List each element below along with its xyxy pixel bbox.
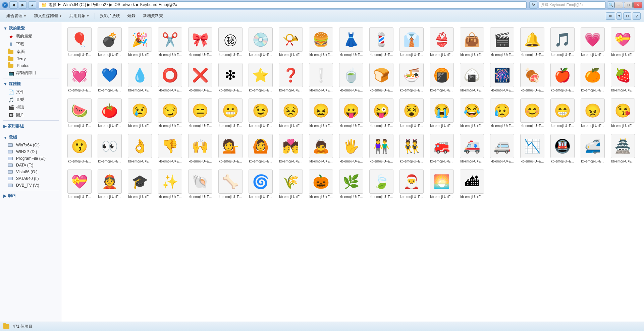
share-with-button[interactable]: 共用對象 ▼: [66, 11, 93, 21]
file-item[interactable]: 💝kb-emoji-U+E...: [65, 168, 94, 201]
sidebar-item-pictures[interactable]: 🖼 圖片: [0, 111, 62, 119]
file-item[interactable]: 😊kb-emoji-U+E...: [518, 96, 546, 130]
details-pane-button[interactable]: ⊡: [623, 12, 631, 20]
file-item[interactable]: 🍔kb-emoji-U+E...: [307, 25, 335, 59]
sidebar-item-downloads[interactable]: ⬇ 下載: [0, 40, 62, 48]
file-item[interactable]: 💁kb-emoji-U+E...: [216, 132, 245, 166]
file-item[interactable]: 😛kb-emoji-U+E...: [337, 96, 365, 130]
favorites-header[interactable]: ▼ 我的最愛: [0, 24, 62, 32]
file-item[interactable]: 🙆kb-emoji-U+E...: [247, 132, 275, 166]
file-item[interactable]: 😁kb-emoji-U+E...: [548, 96, 577, 130]
sidebar-item-photos[interactable]: Photos: [0, 62, 62, 69]
file-item[interactable]: ✂️kb-emoji-U+E...: [156, 25, 184, 59]
close-button[interactable]: ✕: [633, 2, 642, 8]
file-item[interactable]: 💿kb-emoji-U+E...: [247, 25, 275, 59]
file-item[interactable]: ✨kb-emoji-U+E...: [156, 168, 184, 201]
file-item[interactable]: 🍘kb-emoji-U+E...: [428, 61, 456, 94]
file-item[interactable]: ⭕kb-emoji-U+E...: [156, 61, 184, 94]
file-item[interactable]: ⭐kb-emoji-U+E...: [247, 61, 275, 94]
sidebar-item-video[interactable]: 🎬 視訊: [0, 104, 62, 111]
file-item[interactable]: 😂kb-emoji-U+E...: [458, 96, 486, 130]
file-item[interactable]: 🍅kb-emoji-U+E...: [96, 96, 124, 130]
sidebar-item-documents[interactable]: 📄 文件: [0, 88, 62, 96]
sidebar-item-d-drive[interactable]: WINXP (D:): [0, 148, 62, 155]
file-item[interactable]: 👫kb-emoji-U+E...: [367, 132, 395, 166]
file-item[interactable]: ❌kb-emoji-U+E...: [186, 61, 214, 94]
file-item[interactable]: 🎃kb-emoji-U+E...: [307, 168, 335, 201]
sidebar-item-recorded[interactable]: 📺 錄製的節目: [0, 69, 62, 77]
file-item[interactable]: 🏯kb-emoji-U+E...: [609, 132, 637, 166]
file-item[interactable]: 👌kb-emoji-U+E...: [126, 132, 154, 166]
file-item[interactable]: 🎵kb-emoji-U+E...: [548, 25, 577, 59]
up-button[interactable]: ▲: [28, 1, 36, 9]
file-item[interactable]: 🔔kb-emoji-U+E...: [518, 25, 546, 59]
minimize-button[interactable]: ─: [614, 2, 623, 8]
media-header[interactable]: ▼ 媒體櫃: [0, 80, 62, 88]
sidebar-item-c-drive[interactable]: Win7x64 (C:): [0, 142, 62, 148]
file-item[interactable]: 🍉kb-emoji-U+E...: [65, 96, 94, 130]
sidebar-item-jerry[interactable]: Jerry: [0, 56, 62, 62]
file-item[interactable]: 👲kb-emoji-U+E...: [96, 168, 124, 201]
file-item[interactable]: 📯kb-emoji-U+E...: [277, 25, 305, 59]
add-to-library-button[interactable]: 加入至媒體櫃 ▼: [31, 11, 65, 21]
file-item[interactable]: 🍓kb-emoji-U+E...: [609, 61, 637, 94]
file-item[interactable]: 😥kb-emoji-U+E...: [488, 96, 516, 130]
forward-button[interactable]: ▶: [19, 1, 27, 9]
file-item[interactable]: 😢kb-emoji-U+E...: [126, 96, 154, 130]
search-button[interactable]: 🔍: [607, 1, 614, 9]
file-item[interactable]: ❓kb-emoji-U+E...: [277, 61, 305, 94]
file-item[interactable]: 🚐kb-emoji-U+E...: [488, 132, 516, 166]
file-item[interactable]: 🚇kb-emoji-U+E...: [548, 132, 577, 166]
burn-button[interactable]: 燒錄: [124, 11, 139, 21]
sidebar-item-e-drive[interactable]: ProgramFile (E:): [0, 155, 62, 162]
file-item[interactable]: 🍜kb-emoji-U+E...: [397, 61, 426, 94]
view-options-button[interactable]: ⊞: [606, 12, 615, 20]
file-item[interactable]: 👔kb-emoji-U+E...: [397, 25, 426, 59]
sidebar-item-favorites-star[interactable]: ★ 我的最愛: [0, 32, 62, 40]
file-item[interactable]: 🍙kb-emoji-U+E...: [458, 61, 486, 94]
file-item[interactable]: 🎆kb-emoji-U+E...: [488, 61, 516, 94]
file-item[interactable]: 👎kb-emoji-U+E...: [156, 132, 184, 166]
sidebar-item-g-drive[interactable]: Vista86 (G:): [0, 169, 62, 175]
file-item[interactable]: 🦴kb-emoji-U+E...: [216, 168, 245, 201]
new-folder-button[interactable]: 新增資料夾: [140, 11, 166, 21]
file-item[interactable]: 😠kb-emoji-U+E...: [579, 96, 607, 130]
file-item[interactable]: 🎀kb-emoji-U+E...: [186, 25, 214, 59]
file-item[interactable]: 🍎kb-emoji-U+E...: [548, 61, 577, 94]
file-item[interactable]: 😉kb-emoji-U+E...: [247, 96, 275, 130]
file-item[interactable]: 🏙kb-emoji-U+E...: [458, 168, 486, 201]
sidebar-item-music[interactable]: 🎵 音樂: [0, 96, 62, 104]
file-item[interactable]: 😬kb-emoji-U+E...: [216, 96, 245, 130]
file-item[interactable]: 🍞kb-emoji-U+E...: [367, 61, 395, 94]
back-button[interactable]: ◀: [9, 1, 17, 9]
file-item[interactable]: 🍵kb-emoji-U+E...: [337, 61, 365, 94]
file-item[interactable]: 😘kb-emoji-U+E...: [609, 96, 637, 130]
file-item[interactable]: 😵kb-emoji-U+E...: [397, 96, 426, 130]
file-item[interactable]: 💧kb-emoji-U+E...: [126, 61, 154, 94]
file-item[interactable]: 🍃kb-emoji-U+E...: [367, 168, 395, 201]
file-item[interactable]: 💓kb-emoji-U+E...: [65, 61, 94, 94]
organize-button[interactable]: 組合管理 ▼: [3, 11, 30, 21]
file-item[interactable]: 🙌kb-emoji-U+E...: [186, 132, 214, 166]
file-item[interactable]: 💙kb-emoji-U+E...: [96, 61, 124, 94]
sidebar-item-i-drive[interactable]: SATA640 (I:): [0, 175, 62, 182]
file-item[interactable]: 🌾kb-emoji-U+E...: [277, 168, 305, 201]
help-button[interactable]: ?: [633, 12, 641, 20]
file-item[interactable]: 😑kb-emoji-U+E...: [186, 96, 214, 130]
slideshow-button[interactable]: 投影片放映: [97, 11, 123, 21]
file-item[interactable]: 💝kb-emoji-U+E...: [609, 25, 637, 59]
file-item[interactable]: 💣kb-emoji-U+E...: [96, 25, 124, 59]
file-item[interactable]: 🐚kb-emoji-U+E...: [186, 168, 214, 201]
file-item[interactable]: 🚑kb-emoji-U+E...: [458, 132, 486, 166]
file-item[interactable]: 😗kb-emoji-U+E...: [65, 132, 94, 166]
sidebar-item-desktop[interactable]: 桌面: [0, 48, 62, 56]
file-item[interactable]: 👯kb-emoji-U+E...: [397, 132, 426, 166]
refresh-button[interactable]: ↻: [529, 1, 537, 9]
file-item[interactable]: 📉kb-emoji-U+E...: [518, 132, 546, 166]
file-item[interactable]: 💏kb-emoji-U+E...: [277, 132, 305, 166]
file-item[interactable]: 🚅kb-emoji-U+E...: [579, 132, 607, 166]
file-item[interactable]: 🎅kb-emoji-U+E...: [397, 168, 426, 201]
file-item[interactable]: 💗kb-emoji-U+E...: [579, 25, 607, 59]
address-bar[interactable]: 📁 電腦 ▶ Win7x64 (C:) ▶ Python27 ▶ iOS-art…: [39, 1, 527, 9]
network-header[interactable]: ▶ 網路: [0, 192, 62, 200]
